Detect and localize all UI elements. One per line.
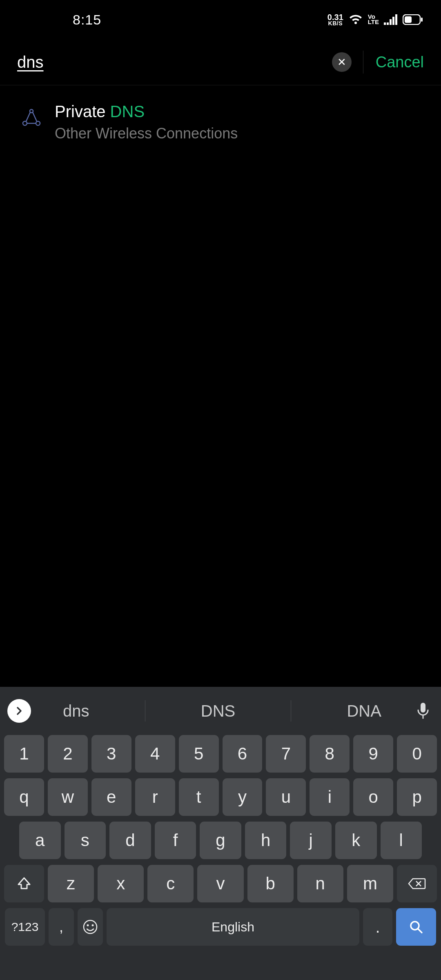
status-indicators: 0.31 KB/S Vo LTE [327, 13, 423, 26]
svg-rect-11 [421, 703, 425, 713]
divider [363, 51, 363, 74]
key-y[interactable]: y [223, 778, 263, 816]
svg-rect-4 [395, 14, 397, 25]
key-x[interactable]: x [98, 865, 144, 902]
keyboard-row-bottom: ?123 , English . [0, 908, 441, 946]
key-b[interactable]: b [247, 865, 294, 902]
key-s[interactable]: s [65, 822, 106, 859]
period-key[interactable]: . [363, 908, 392, 946]
key-5[interactable]: 5 [179, 735, 219, 773]
network-share-icon [20, 106, 43, 129]
key-c[interactable]: c [147, 865, 194, 902]
key-8[interactable]: 8 [310, 735, 350, 773]
key-a[interactable]: a [19, 822, 61, 859]
key-7[interactable]: 7 [266, 735, 306, 773]
clear-search-button[interactable]: ✕ [332, 52, 352, 72]
search-input[interactable]: dns [17, 53, 332, 71]
key-m[interactable]: m [347, 865, 393, 902]
key-w[interactable]: w [48, 778, 88, 816]
svg-point-9 [23, 121, 27, 125]
key-3[interactable]: 3 [91, 735, 131, 773]
svg-rect-7 [421, 18, 423, 22]
key-e[interactable]: e [91, 778, 131, 816]
suggestion-item[interactable]: DNA [339, 702, 389, 720]
result-title-prefix: Private [55, 102, 110, 120]
key-0[interactable]: 0 [397, 735, 437, 773]
volte-bottom: LTE [368, 20, 379, 25]
key-l[interactable]: l [381, 822, 422, 859]
result-text: Private DNS Other Wireless Connections [55, 102, 238, 142]
key-f[interactable]: f [155, 822, 196, 859]
wifi-icon [348, 14, 363, 25]
key-r[interactable]: r [135, 778, 175, 816]
svg-point-12 [84, 920, 97, 933]
expand-suggestions-button[interactable] [7, 699, 31, 723]
microphone-icon [416, 702, 430, 720]
key-4[interactable]: 4 [135, 735, 175, 773]
volte-icon: Vo LTE [368, 14, 379, 25]
key-1[interactable]: 1 [4, 735, 44, 773]
comma-key[interactable]: , [49, 908, 74, 946]
chevron-right-icon [14, 706, 24, 716]
key-g[interactable]: g [200, 822, 241, 859]
key-t[interactable]: t [179, 778, 219, 816]
key-9[interactable]: 9 [353, 735, 393, 773]
search-action-key[interactable] [396, 908, 436, 946]
key-h[interactable]: h [245, 822, 287, 859]
suggestion-list: dns DNS DNA [31, 700, 413, 722]
battery-icon [403, 14, 423, 25]
key-q[interactable]: q [4, 778, 44, 816]
keyboard-row-qwerty: q w e r t y u i o p [0, 778, 441, 816]
divider [291, 700, 291, 722]
suggestion-item[interactable]: DNS [193, 702, 243, 720]
status-bar: 8:15 0.31 KB/S Vo LTE [0, 0, 441, 39]
backspace-key[interactable] [397, 865, 437, 902]
svg-point-13 [87, 924, 89, 927]
symbols-key[interactable]: ?123 [5, 908, 45, 946]
shift-icon [17, 876, 31, 891]
svg-rect-2 [390, 19, 392, 25]
result-title: Private DNS [55, 102, 238, 121]
svg-rect-0 [384, 22, 386, 25]
onscreen-keyboard: dns DNS DNA 1 2 3 4 5 6 7 8 9 0 q w e r … [0, 687, 441, 980]
search-result-item[interactable]: Private DNS Other Wireless Connections [0, 85, 441, 158]
result-subtitle: Other Wireless Connections [55, 125, 238, 142]
cancel-button[interactable]: Cancel [376, 53, 424, 71]
svg-rect-3 [392, 17, 394, 25]
suggestion-bar: dns DNS DNA [0, 687, 441, 735]
key-2[interactable]: 2 [48, 735, 88, 773]
key-u[interactable]: u [266, 778, 306, 816]
data-rate-unit: KB/S [328, 21, 343, 26]
emoji-key[interactable] [78, 908, 103, 946]
spacebar-key[interactable]: English [107, 908, 359, 946]
key-n[interactable]: n [297, 865, 343, 902]
suggestion-item[interactable]: dns [55, 702, 98, 720]
svg-rect-6 [405, 16, 412, 23]
key-v[interactable]: v [197, 865, 243, 902]
key-o[interactable]: o [353, 778, 393, 816]
key-k[interactable]: k [335, 822, 377, 859]
svg-point-14 [92, 924, 94, 927]
key-j[interactable]: j [290, 822, 332, 859]
data-rate-number: 0.31 [327, 13, 343, 21]
search-icon [408, 919, 424, 935]
search-header: dns ✕ Cancel [0, 42, 441, 82]
emoji-icon [82, 919, 98, 935]
key-i[interactable]: i [310, 778, 350, 816]
result-title-highlight: DNS [110, 102, 145, 120]
key-6[interactable]: 6 [223, 735, 263, 773]
shift-key[interactable] [4, 865, 44, 902]
status-time: 8:15 [0, 12, 101, 28]
key-z[interactable]: z [48, 865, 94, 902]
divider [145, 700, 145, 722]
svg-line-16 [418, 929, 422, 933]
svg-rect-1 [387, 22, 389, 25]
close-icon: ✕ [337, 57, 346, 67]
signal-icon [384, 14, 398, 25]
backspace-icon [408, 877, 426, 890]
key-p[interactable]: p [397, 778, 437, 816]
key-d[interactable]: d [109, 822, 151, 859]
data-rate-indicator: 0.31 KB/S [327, 13, 343, 26]
svg-point-8 [30, 109, 33, 113]
voice-input-button[interactable] [413, 702, 433, 720]
